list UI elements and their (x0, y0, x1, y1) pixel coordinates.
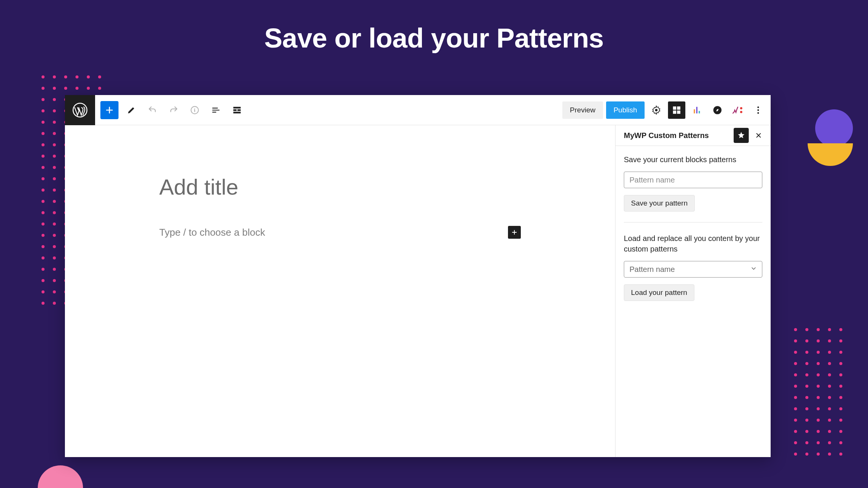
compass-icon[interactable] (709, 101, 726, 119)
yoast-seo-icon[interactable] (729, 101, 746, 119)
svg-point-15 (740, 107, 742, 109)
page-headline: Save or load your Patterns (0, 23, 868, 54)
svg-point-16 (740, 111, 742, 113)
pattern-name-input[interactable] (624, 172, 762, 188)
wordpress-logo-icon[interactable] (65, 95, 95, 125)
analytics-bars-icon[interactable] (688, 101, 706, 119)
settings-gear-icon[interactable] (648, 101, 665, 119)
svg-rect-4 (237, 109, 241, 110)
publish-button[interactable]: Publish (606, 101, 645, 119)
block-prompt[interactable]: Type / to choose a block (159, 227, 508, 238)
edit-icon[interactable] (123, 102, 140, 118)
info-icon[interactable] (186, 102, 203, 118)
load-section-label: Load and replace all you content by your… (624, 233, 762, 254)
svg-point-6 (655, 109, 658, 111)
patterns-sidebar: MyWP Custom Patterns Save your current b… (615, 125, 771, 457)
editor-window: Preview Publish Add title (65, 95, 771, 457)
decorative-circle-pink (38, 465, 83, 488)
svg-rect-9 (673, 110, 676, 114)
svg-point-19 (757, 112, 759, 114)
decorative-circle-purple (815, 109, 853, 147)
svg-rect-8 (677, 106, 680, 110)
decorative-dots-right (794, 328, 842, 456)
panel-title: MyWP Custom Patterns (624, 131, 709, 140)
editor-canvas[interactable]: Add title Type / to choose a block (65, 125, 615, 457)
svg-rect-5 (233, 112, 241, 113)
redo-icon[interactable] (165, 102, 182, 118)
more-options-icon[interactable] (749, 101, 767, 119)
svg-rect-3 (233, 109, 237, 110)
top-toolbar: Preview Publish (65, 95, 771, 125)
save-pattern-button[interactable]: Save your pattern (624, 195, 695, 212)
svg-rect-10 (677, 110, 680, 114)
preview-button[interactable]: Preview (562, 101, 603, 119)
list-view-icon[interactable] (208, 102, 224, 118)
close-panel-icon[interactable] (751, 128, 766, 143)
undo-icon[interactable] (144, 102, 161, 118)
svg-point-18 (757, 109, 759, 110)
star-favorite-icon[interactable] (734, 128, 749, 143)
save-section-label: Save your current blocks patterns (624, 154, 762, 165)
pattern-select[interactable]: Pattern name (624, 261, 762, 278)
inline-add-block-button[interactable] (508, 226, 521, 239)
panel-divider (624, 222, 762, 223)
add-block-button[interactable] (100, 101, 119, 119)
svg-rect-7 (673, 106, 676, 110)
svg-rect-12 (696, 107, 697, 113)
svg-rect-2 (233, 107, 241, 108)
decorative-half-yellow (808, 143, 853, 166)
load-pattern-button[interactable]: Load your pattern (624, 284, 694, 301)
svg-point-17 (757, 106, 759, 108)
patterns-panel-icon[interactable] (668, 101, 685, 119)
outline-icon[interactable] (229, 102, 245, 118)
svg-rect-11 (694, 109, 695, 113)
post-title-input[interactable]: Add title (159, 174, 521, 199)
svg-rect-13 (699, 111, 700, 114)
